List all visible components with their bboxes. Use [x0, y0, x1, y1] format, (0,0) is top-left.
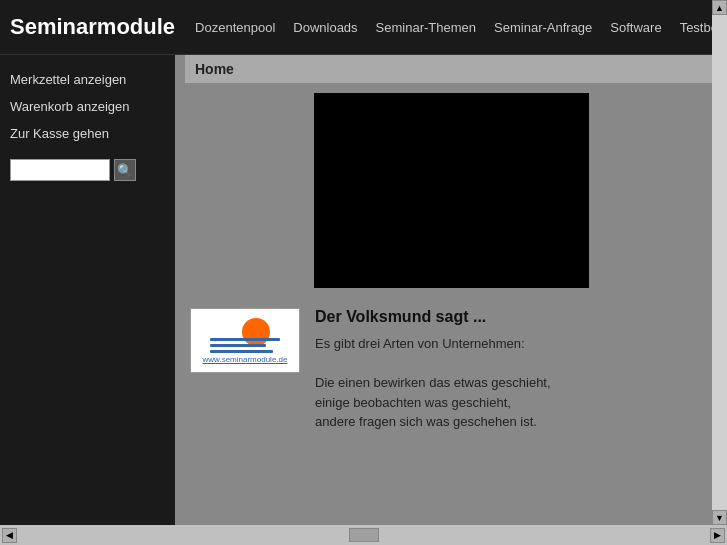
wave-lines	[210, 338, 280, 353]
sidebar: Merkzettel anzeigen Warenkorb anzeigen Z…	[0, 55, 175, 525]
nav-dozentenpool[interactable]: Dozentenpool	[195, 20, 275, 35]
content-inner: Home www.seminarmodule.de	[175, 55, 727, 525]
page-title: Home	[185, 55, 717, 83]
video-placeholder	[314, 93, 589, 288]
main-layout: Merkzettel anzeigen Warenkorb anzeigen Z…	[0, 55, 727, 525]
company-logo: www.seminarmodule.de	[190, 308, 300, 373]
quote-title: Der Volksmund sagt ...	[315, 308, 712, 326]
sidebar-kasse[interactable]: Zur Kasse gehen	[10, 124, 165, 143]
search-button[interactable]: 🔍	[114, 159, 136, 181]
nav-seminar-themen[interactable]: Seminar-Themen	[376, 20, 476, 35]
scroll-up-button[interactable]: ▲	[712, 0, 727, 15]
wave-line-1	[210, 338, 280, 341]
search-input[interactable]	[10, 159, 110, 181]
nav-software[interactable]: Software	[610, 20, 661, 35]
quote-line3: einige beobachten was geschieht,	[315, 395, 511, 410]
quote-line4: andere fragen sich was geschehen ist.	[315, 414, 537, 429]
quote-line2: Die einen bewirken das etwas geschieht,	[315, 375, 551, 390]
vertical-scrollbar: ▲ ▼	[712, 0, 727, 525]
logo-graphic	[210, 318, 280, 353]
nav-downloads[interactable]: Downloads	[293, 20, 357, 35]
horizontal-scroll-thumb[interactable]	[349, 528, 379, 542]
sidebar-warenkorb[interactable]: Warenkorb anzeigen	[10, 97, 165, 116]
sidebar-merkzettel[interactable]: Merkzettel anzeigen	[10, 70, 165, 89]
site-logo[interactable]: Seminarmodule	[10, 14, 175, 40]
quote-body: Es gibt drei Arten von Unternehmen: Die …	[315, 334, 712, 432]
search-icon: 🔍	[117, 163, 133, 178]
scroll-down-button[interactable]: ▼	[712, 510, 727, 525]
quote-text: Der Volksmund sagt ... Es gibt drei Arte…	[315, 308, 712, 432]
wave-line-3	[210, 350, 273, 353]
header: Seminarmodule Dozentenpool Downloads Sem…	[0, 0, 727, 55]
wave-line-2	[210, 344, 266, 347]
scroll-right-button[interactable]: ▶	[710, 528, 725, 543]
search-row: 🔍	[10, 159, 165, 181]
quote-line1: Es gibt drei Arten von Unternehmen:	[315, 336, 525, 351]
nav-seminar-anfrage[interactable]: Seminar-Anfrage	[494, 20, 592, 35]
scroll-track[interactable]	[712, 15, 727, 510]
content-area: Home www.seminarmodule.de	[175, 55, 727, 525]
quote-section: www.seminarmodule.de Der Volksmund sagt …	[185, 303, 717, 437]
horizontal-scrollbar: ◀ ▶	[0, 525, 727, 545]
scroll-left-button[interactable]: ◀	[2, 528, 17, 543]
main-nav: Dozentenpool Downloads Seminar-Themen Se…	[195, 20, 727, 35]
logo-url: www.seminarmodule.de	[203, 355, 288, 364]
